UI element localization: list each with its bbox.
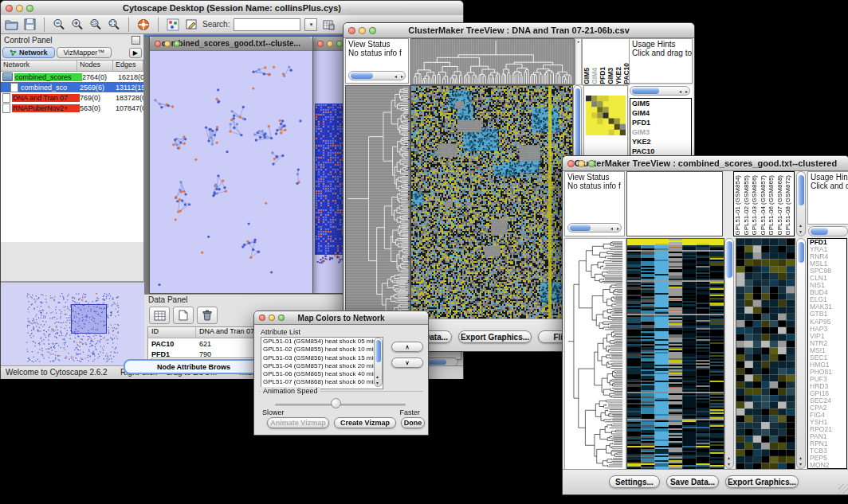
column-header-label[interactable]: GPL51-07 (GSM868)	[776, 175, 785, 236]
tab-vizmapper[interactable]: VizMapper™	[57, 47, 112, 58]
titlebar[interactable]: ClusterMaker TreeView : combined_scores_…	[563, 156, 848, 171]
attribute-item[interactable]: GPL51-02 (GSM855) heat shock 10 min	[263, 346, 383, 354]
resize-grip[interactable]	[838, 484, 848, 494]
column-label[interactable]: GIM5	[583, 68, 591, 84]
scrollbar-thumb[interactable]	[726, 241, 732, 278]
scroll-left-icon[interactable]: ◂	[395, 74, 397, 79]
heatmap-canvas[interactable]	[626, 238, 724, 471]
column-label[interactable]: YKE2	[614, 67, 622, 84]
column-header-label[interactable]: GPL51-02 (GSM855)	[743, 175, 752, 236]
titlebar[interactable]: combined_scores_good.txt--cluste...	[150, 37, 312, 51]
attribute-item[interactable]: GPL51-03 (GSM856) heat shock 15 min	[263, 354, 383, 362]
column-label[interactable]: GIM4	[591, 68, 599, 84]
zoom-heatmap[interactable]	[736, 238, 795, 471]
help-lifesaver-icon[interactable]	[136, 18, 151, 32]
scrollbar-thumb[interactable]	[798, 242, 804, 263]
settings-button[interactable]: Settings...	[609, 475, 660, 488]
gene-dendrogram[interactable]	[564, 238, 626, 471]
import-table-icon[interactable]	[321, 18, 336, 32]
scroll-down-icon[interactable]: ▾	[728, 462, 730, 467]
scrollbar-thumb[interactable]	[632, 88, 659, 94]
maximize-button[interactable]	[588, 160, 595, 167]
maximize-button[interactable]	[369, 27, 376, 34]
scrollbar-thumb[interactable]	[375, 340, 381, 362]
gene-name[interactable]: MON2	[810, 462, 846, 469]
view-status-hscrollbar[interactable]: ◂ ▸	[348, 71, 406, 80]
column-header-nodes[interactable]: Nodes	[77, 61, 113, 71]
gene-name[interactable]: GIM5	[632, 99, 691, 108]
column-label[interactable]: PFD1	[599, 67, 607, 84]
dialog-button[interactable]: Done	[401, 417, 425, 428]
scroll-up-icon[interactable]: ▴	[799, 223, 802, 228]
scroll-left-icon[interactable]: ◂	[679, 89, 681, 94]
titlebar[interactable]: ClusterMaker TreeView : DNA and Tran 07-…	[344, 23, 694, 38]
dialog-button[interactable]: Animate Vizmap	[267, 417, 329, 428]
minimize-button[interactable]	[327, 41, 333, 47]
attribute-item[interactable]: GPL51-06 (GSM865) heat shock 40 min	[263, 370, 383, 378]
zoom-in-icon[interactable]	[70, 18, 84, 32]
header-vscrollbar[interactable]: ▴ ▾	[796, 171, 806, 236]
network-list-item[interactable]: RNAPuberNov2+ 563(0) 107847(0)	[1, 103, 143, 113]
scroll-up-icon[interactable]: ▴	[799, 455, 802, 460]
node-attribute-browser-button[interactable]: Node Attribute Brows	[124, 359, 264, 374]
zoom-fit-icon[interactable]	[107, 18, 121, 32]
scroll-right-icon[interactable]: ▸	[685, 89, 688, 94]
scrollbar-thumb[interactable]	[351, 72, 373, 79]
column-header-network[interactable]: Network	[1, 61, 77, 71]
usage-hints-hscrollbar[interactable]	[808, 226, 848, 236]
column-header-label[interactable]: GPL51-04 (GSM857)	[760, 175, 768, 236]
attribute-item[interactable]: GPL51-01 (GSM854) heat shock 05 min	[263, 338, 383, 346]
scrollbar-thumb[interactable]	[798, 175, 804, 205]
scrollbar-thumb[interactable]	[570, 225, 591, 231]
gene-name[interactable]: PFD1	[632, 118, 691, 127]
titlebar[interactable]: Map Colors to Network	[254, 311, 428, 325]
maximize-button[interactable]	[336, 41, 343, 47]
column-header-edges[interactable]: Edges	[113, 61, 143, 71]
close-button[interactable]	[259, 315, 265, 321]
minimize-button[interactable]	[578, 160, 585, 167]
column-header-label[interactable]: GPL51-06 (GSM865)	[768, 175, 776, 236]
scroll-down-icon[interactable]: ▾	[799, 462, 802, 467]
attribute-item[interactable]: GPL51-04 (GSM857) heat shock 20 min	[263, 362, 383, 370]
scroll-right-icon[interactable]: ▸	[617, 226, 619, 231]
column-dendrogram[interactable]	[626, 171, 723, 236]
heatmap-canvas[interactable]	[410, 85, 573, 320]
titlebar[interactable]: Cytoscape Desktop (Session Name: collins…	[1, 1, 463, 16]
new-attribute-icon[interactable]	[173, 307, 194, 324]
column-scroll-strip[interactable]: ▸	[575, 38, 582, 85]
view-status-hscrollbar[interactable]: ◂ ▸	[567, 223, 622, 232]
gene-list-vscrollbar[interactable]: ▴ ▾	[796, 238, 806, 469]
heatmap-vscrollbar[interactable]: ▴ ▾	[724, 238, 734, 469]
overview-canvas[interactable]	[1, 283, 143, 365]
gene-dendrogram[interactable]	[345, 85, 410, 320]
vizmapper-icon[interactable]	[166, 18, 180, 32]
export-graphics-button[interactable]: Export Graphics...	[725, 475, 799, 488]
scroll-down-icon[interactable]: ▾	[799, 229, 802, 234]
network-view-canvas[interactable]	[150, 51, 311, 292]
column-header-id[interactable]: ID	[148, 327, 196, 338]
mini-heatmap[interactable]	[586, 96, 626, 135]
scroll-right-icon[interactable]: ▸	[401, 74, 403, 79]
close-button[interactable]	[6, 5, 13, 12]
move-down-button[interactable]: ∨	[391, 357, 423, 368]
minimize-button[interactable]	[359, 27, 366, 34]
column-dendrogram[interactable]	[410, 38, 575, 85]
scroll-up-icon[interactable]: ▴	[376, 374, 379, 379]
minimize-button[interactable]	[164, 41, 171, 47]
zoom-out-icon[interactable]	[52, 18, 66, 32]
network-list-item[interactable]: combined_scores 2764(0) 16218(0)	[1, 72, 143, 82]
delete-attribute-icon[interactable]	[197, 307, 218, 324]
column-header-label[interactable]: GPL51-03 (GSM856)	[751, 175, 760, 236]
gene-name[interactable]: GIM3	[632, 127, 691, 137]
move-up-button[interactable]: ∧	[391, 342, 423, 352]
annotation-icon[interactable]	[184, 18, 198, 32]
close-button[interactable]	[348, 27, 355, 34]
zoom-selected-icon[interactable]	[88, 18, 103, 32]
scrollbar-thumb[interactable]	[811, 228, 828, 235]
gene-label-hscrollbar[interactable]: ◂ ▸	[630, 86, 690, 96]
minimize-button[interactable]	[16, 5, 23, 12]
save-data-button[interactable]: Save Data...	[666, 475, 719, 488]
gene-name[interactable]: YKE2	[632, 137, 691, 147]
scroll-up-icon[interactable]: ▴	[728, 455, 730, 460]
network-list-item[interactable]: DNA and Tran 07 769(0) 183728(0)	[1, 92, 143, 103]
